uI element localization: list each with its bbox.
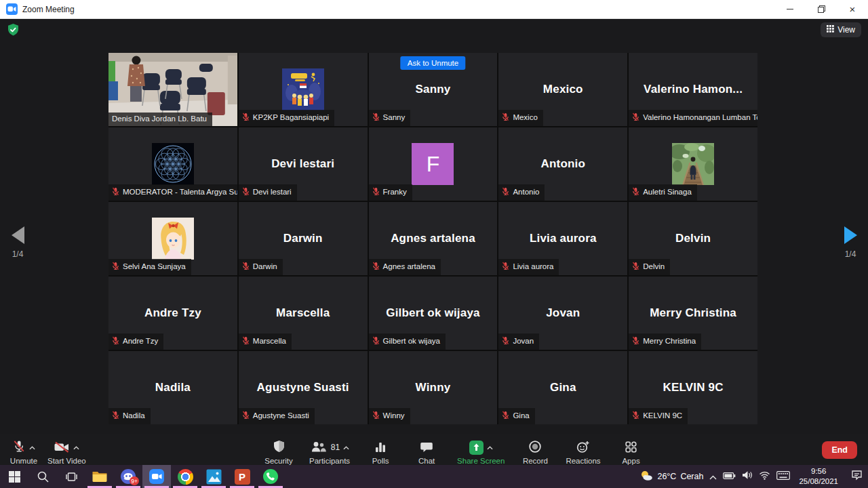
- participant-tile[interactable]: KELVIN 9C KELVIN 9C: [629, 351, 757, 424]
- chat-button[interactable]: Chat: [410, 434, 443, 468]
- muted-mic-icon: [372, 411, 380, 422]
- whatsapp-icon[interactable]: [256, 465, 285, 488]
- apps-icon: [625, 441, 637, 455]
- participant-tile[interactable]: Andre Tzy Andre Tzy: [108, 277, 237, 350]
- participant-tile[interactable]: KP2KP Bagansiapiapi: [239, 53, 368, 126]
- participant-name-chip: MODERATOR - Talenta Argya Sure...: [108, 184, 237, 201]
- touch-keyboard-icon[interactable]: [776, 470, 790, 483]
- gallery-next-pager: 1/4: [837, 226, 864, 259]
- participant-tile[interactable]: F Franky: [369, 127, 498, 201]
- participant-tile[interactable]: Jovan Jovan: [498, 277, 627, 350]
- muted-mic-icon: [372, 187, 380, 198]
- participant-name-chip: Winny: [369, 408, 410, 425]
- participant-tile[interactable]: Agnes artalena Agnes artalena: [369, 202, 498, 275]
- apps-button[interactable]: Apps: [614, 434, 648, 468]
- participant-tile[interactable]: Delvin Delvin: [629, 202, 757, 275]
- action-center-icon[interactable]: [851, 470, 863, 483]
- participant-tile[interactable]: Mexico Mexico: [498, 53, 627, 126]
- participant-tile[interactable]: Denis Diva Jordan Lb. Batu: [108, 53, 237, 126]
- participant-name-chip: Gina: [498, 408, 534, 425]
- participant-tile[interactable]: Marscella Marscella: [239, 277, 368, 350]
- polls-label: Polls: [372, 457, 389, 465]
- view-button[interactable]: View: [821, 22, 861, 37]
- chrome-icon[interactable]: [171, 465, 199, 488]
- security-shield-icon[interactable]: [7, 23, 20, 37]
- muted-mic-icon: [12, 440, 26, 455]
- participant-tile[interactable]: Nadila Nadila: [108, 351, 237, 424]
- participant-tile[interactable]: Antonio Antonio: [498, 127, 627, 201]
- participant-name-label: Darwin: [253, 263, 277, 271]
- participant-name-label: Marscella: [253, 338, 286, 346]
- zoom-taskbar-icon[interactable]: [142, 465, 171, 488]
- volume-icon[interactable]: [742, 470, 753, 483]
- mic-options-caret[interactable]: [29, 443, 35, 451]
- weather-widget[interactable]: 26°C Cerah: [639, 470, 703, 484]
- chat-icon: [420, 441, 433, 455]
- wifi-icon[interactable]: [759, 470, 770, 483]
- task-view-button[interactable]: [57, 465, 85, 488]
- photos-app-icon[interactable]: [199, 465, 228, 488]
- participant-tile[interactable]: Darwin Darwin: [239, 202, 368, 275]
- reactions-button[interactable]: Reactions: [564, 434, 601, 468]
- next-page-arrow[interactable]: [844, 226, 857, 244]
- participants-caret[interactable]: [343, 443, 349, 451]
- muted-mic-icon: [112, 411, 119, 422]
- end-meeting-button[interactable]: End: [822, 441, 857, 459]
- participant-tile[interactable]: Agustyne Suasti Agustyne Suasti: [239, 351, 368, 424]
- polls-button[interactable]: Polls: [363, 434, 397, 468]
- start-video-button[interactable]: Start Video: [46, 434, 87, 468]
- start-button[interactable]: [0, 465, 28, 488]
- participant-tile[interactable]: Merry Christina Merry Christina: [629, 277, 757, 350]
- hidden-icons-caret[interactable]: [709, 470, 717, 483]
- maximize-button[interactable]: [806, 0, 837, 18]
- participant-tile[interactable]: Valerino Hamon... Valerino Hamonangan Lu…: [629, 53, 757, 126]
- share-screen-button[interactable]: Share Screen: [456, 434, 506, 468]
- participant-tile[interactable]: Gilbert ok wijaya Gilbert ok wijaya: [369, 277, 498, 350]
- share-screen-caret[interactable]: [487, 443, 493, 451]
- record-button[interactable]: Record: [518, 434, 552, 468]
- participant-name-label: Valerino Hamonangan Lumban To...: [643, 114, 757, 122]
- record-icon: [528, 440, 542, 455]
- video-options-caret[interactable]: [73, 443, 79, 451]
- muted-mic-icon: [502, 336, 509, 347]
- muted-mic-icon: [242, 113, 250, 123]
- muted-mic-icon: [242, 336, 250, 347]
- participant-name-label: Andre Tzy: [123, 338, 158, 346]
- participant-name-label: Sanny: [383, 114, 406, 122]
- muted-mic-icon: [242, 411, 250, 422]
- participant-name-label: Jovan: [513, 338, 534, 346]
- close-button[interactable]: ×: [837, 0, 868, 18]
- participant-name-label: KP2KP Bagansiapiapi: [253, 114, 329, 122]
- clock-widget[interactable]: 9:56 25/08/2021: [799, 466, 838, 487]
- participants-button[interactable]: 81 Participants: [308, 434, 351, 468]
- zoom-app-icon: [6, 3, 18, 15]
- participant-tile[interactable]: Selvi Ana Sunjaya: [108, 202, 237, 275]
- discord-app-icon[interactable]: 9+: [114, 465, 142, 488]
- participant-tile[interactable]: MODERATOR - Talenta Argya Sure...: [108, 127, 237, 201]
- file-explorer-icon[interactable]: [85, 465, 114, 488]
- zoom-toolbar: Unmute Start Video: [0, 434, 868, 465]
- search-button[interactable]: [28, 465, 57, 488]
- participant-tile[interactable]: Auletri Sinaga: [629, 127, 757, 201]
- participant-tile[interactable]: Ask to Unmute: [369, 53, 498, 126]
- participant-tile[interactable]: Winny Winny: [369, 351, 498, 424]
- participant-tile[interactable]: Livia aurora Livia aurora: [498, 202, 627, 275]
- participant-tile[interactable]: Devi lestari Devi lestari: [239, 127, 368, 201]
- reactions-label: Reactions: [566, 457, 600, 465]
- battery-icon[interactable]: [723, 470, 736, 483]
- participant-tile[interactable]: Gina Gina: [498, 351, 627, 424]
- participants-icon: [310, 441, 328, 455]
- ask-to-unmute-button[interactable]: Ask to Unmute: [401, 56, 465, 70]
- muted-mic-icon: [632, 411, 639, 422]
- prev-page-arrow[interactable]: [12, 226, 24, 244]
- unmute-button[interactable]: Unmute: [7, 434, 41, 468]
- participant-grid: Denis Diva Jordan Lb. Batu: [108, 53, 757, 424]
- minimize-button[interactable]: [774, 0, 806, 18]
- security-button[interactable]: Security: [262, 434, 296, 468]
- participant-name-label: Nadila: [123, 412, 145, 420]
- participant-name-label: MODERATOR - Talenta Argya Sure...: [123, 188, 237, 197]
- muted-mic-icon: [372, 336, 380, 347]
- powerpoint-icon[interactable]: P: [228, 465, 256, 488]
- tray-time: 9:56: [799, 466, 838, 476]
- zoom-meeting-window: Zoom Meeting × View: [0, 0, 868, 488]
